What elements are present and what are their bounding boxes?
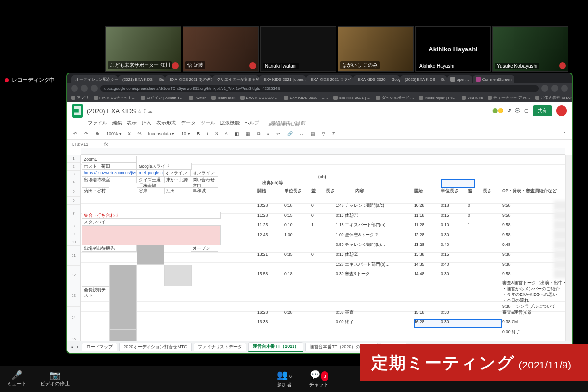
cell[interactable]: 0:50 チャレンジ部門(b)…: [336, 242, 414, 248]
cell[interactable]: 9:38 CM: [502, 319, 572, 325]
italic-icon[interactable]: I: [205, 131, 210, 137]
cell[interactable]: [468, 252, 483, 258]
cell[interactable]: [311, 242, 326, 248]
address-bar[interactable]: docs.google.com/spreadsheets/d/1cvrTCht6…: [100, 85, 539, 92]
link-icon[interactable]: 🔗: [286, 131, 294, 137]
strike-icon[interactable]: S̶: [214, 131, 220, 137]
cell[interactable]: オンライン: [191, 170, 218, 176]
cell[interactable]: ホスト：菊田: [82, 163, 137, 170]
cell[interactable]: [311, 304, 326, 310]
cell[interactable]: オフライン: [163, 170, 191, 176]
text-color-icon[interactable]: A: [223, 131, 229, 137]
menu-item[interactable]: 拡張機能: [220, 120, 240, 126]
cell[interactable]: 0:40: [441, 242, 468, 248]
menu-item[interactable]: ヘルプ: [245, 120, 259, 126]
cell[interactable]: 単位長さ: [284, 188, 311, 194]
cell[interactable]: [109, 329, 137, 341]
cloud-icon[interactable]: ☁: [147, 108, 153, 114]
cell[interactable]: 開始: [414, 188, 441, 194]
share-button[interactable]: 共有: [533, 105, 552, 116]
cell[interactable]: 集合・打ち合わせ: [82, 212, 221, 219]
cell[interactable]: [468, 292, 483, 298]
document-title[interactable]: (2020) EXA KIDS: [87, 107, 136, 115]
cell[interactable]: 0:15: [441, 213, 468, 219]
cell[interactable]: [257, 242, 284, 248]
cell[interactable]: 10:28: [414, 203, 441, 209]
video-button[interactable]: 📷ビデオの停止: [33, 370, 76, 387]
cell[interactable]: [336, 298, 414, 304]
cell[interactable]: 11:25: [257, 222, 284, 228]
bookmark-item[interactable]: ティーチャー アカ…: [488, 95, 530, 100]
cell[interactable]: 0:38 審査: [336, 310, 414, 316]
cell[interactable]: 1:18 エキスパート部門(a)…: [336, 222, 414, 228]
cell[interactable]: 0:15: [284, 213, 311, 219]
cell[interactable]: [468, 286, 483, 292]
comment-icon[interactable]: 🗨: [298, 131, 305, 137]
cell[interactable]: [311, 292, 326, 298]
cell[interactable]: [468, 232, 483, 238]
menu-icon[interactable]: [561, 85, 568, 92]
cell[interactable]: [468, 304, 483, 310]
cell[interactable]: 0:30: [441, 232, 468, 238]
cell[interactable]: ・今年のEXA-KIDSへの思い: [502, 292, 572, 298]
cell[interactable]: 早和城: [191, 187, 218, 194]
cell[interactable]: [414, 304, 441, 310]
cell[interactable]: 13:21: [257, 252, 284, 258]
cell[interactable]: [284, 280, 311, 286]
cell[interactable]: 13:38: [414, 252, 441, 258]
all-sheets-icon[interactable]: ≡: [71, 344, 74, 349]
video-tile[interactable]: ながいし このみ: [338, 26, 414, 72]
cell[interactable]: 0: [311, 213, 326, 219]
back-icon[interactable]: [71, 85, 78, 92]
menu-item[interactable]: 表示: [127, 120, 137, 126]
bookmark-item[interactable]: ダッシュボード …: [376, 95, 414, 100]
cell[interactable]: 0:35: [284, 252, 311, 258]
cell[interactable]: [284, 298, 311, 304]
cell[interactable]: 開始: [257, 188, 284, 194]
cell[interactable]: 出典(ch)等: [262, 180, 301, 186]
browser-tab[interactable]: EXA KIDS 2021 | open…: [259, 75, 306, 83]
extensions-icon[interactable]: [541, 85, 548, 92]
video-tile[interactable]: 悟 近藤: [183, 26, 259, 72]
video-tile[interactable]: Nariaki Iwatani: [260, 26, 336, 72]
bookmark-item[interactable]: Twitter: [189, 96, 206, 100]
browser-tab[interactable]: CommentScreen: [473, 75, 514, 83]
cell[interactable]: [257, 280, 284, 286]
cell[interactable]: Zoom1: [82, 156, 137, 163]
bookmark-item[interactable]: eas-kids-2021 | …: [333, 96, 371, 100]
bookmark-item[interactable]: ご案内資料 CHAPP…: [535, 95, 572, 100]
cell[interactable]: 1: [311, 222, 326, 228]
chat-button[interactable]: 💬3チャット: [302, 370, 336, 388]
menu-item[interactable]: 表示形式: [156, 120, 176, 126]
cell[interactable]: [441, 280, 468, 286]
cell[interactable]: 0: [311, 252, 326, 258]
cell[interactable]: 1:48 チャレンジ部門(a/c): [336, 203, 414, 209]
cell[interactable]: https://us02web.zoom.us/j/895…: [82, 170, 137, 176]
cell[interactable]: [336, 280, 414, 286]
browser-tab[interactable]: open…: [447, 75, 472, 83]
cell[interactable]: [284, 329, 311, 335]
cell[interactable]: [468, 262, 483, 268]
video-tile[interactable]: こども未来サポーター 江川: [105, 26, 181, 72]
selection-box[interactable]: [441, 179, 475, 188]
cell[interactable]: [468, 329, 483, 335]
cell[interactable]: 1:28 エキスパート部門(b)…: [336, 262, 414, 268]
bookmark-item[interactable]: TeamHack: [211, 96, 236, 100]
chart-icon[interactable]: ▤: [309, 131, 317, 137]
cell[interactable]: [441, 304, 468, 310]
cell[interactable]: 菊田・谷村: [82, 187, 109, 194]
cell[interactable]: 0:00 終了: [502, 329, 572, 335]
cell[interactable]: [284, 262, 311, 268]
cell[interactable]: 15:58: [257, 271, 284, 277]
fill-color-icon[interactable]: ◧: [233, 131, 241, 137]
cell[interactable]: 15:18: [414, 310, 441, 316]
cell[interactable]: 0:15: [441, 252, 468, 258]
cell[interactable]: 11:28: [414, 222, 441, 228]
borders-icon[interactable]: ▦: [245, 131, 252, 137]
menu-item[interactable]: 編集: [112, 120, 122, 126]
cell[interactable]: [468, 280, 483, 286]
cell[interactable]: 問い合わせ窓口: [191, 176, 218, 183]
cell[interactable]: 0:18: [441, 203, 468, 209]
cell[interactable]: 出場者待機室: [82, 176, 137, 183]
wrap-icon[interactable]: ↩: [275, 131, 282, 137]
